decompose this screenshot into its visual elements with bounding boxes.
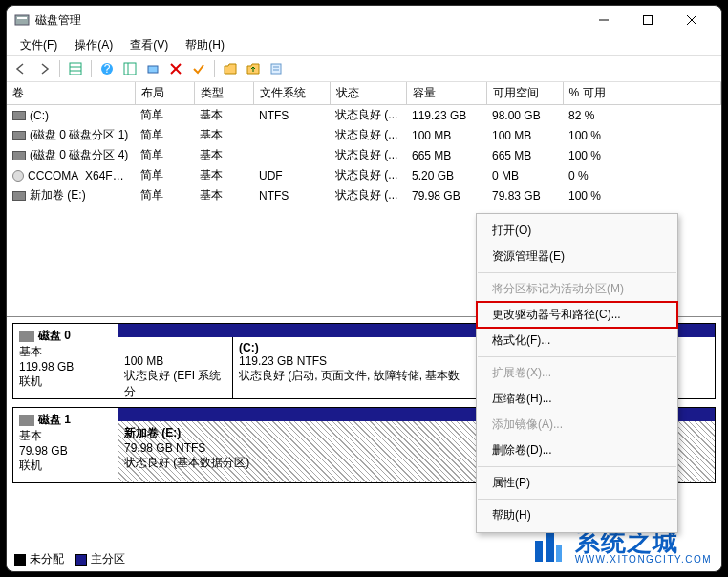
check-icon[interactable]: [188, 58, 209, 79]
partition-size: 100 MB: [124, 354, 226, 368]
table-row[interactable]: (磁盘 0 磁盘分区 1)简单基本状态良好 (...100 MB100 MB10…: [7, 125, 721, 145]
swatch-primary: [75, 554, 87, 566]
ctx-format[interactable]: 格式化(F)...: [477, 328, 677, 353]
help-icon[interactable]: ?: [96, 58, 118, 79]
menu-view[interactable]: 查看(V): [122, 35, 176, 55]
properties-icon[interactable]: [266, 58, 287, 79]
disk-1-size: 79.98 GB: [19, 444, 112, 458]
watermark: 系统之城 WWW.XITONGCITY.COM: [529, 527, 712, 566]
col-free[interactable]: 可用空间: [486, 82, 563, 105]
disk-0-type: 基本: [19, 344, 112, 360]
col-type[interactable]: 类型: [194, 82, 253, 105]
svg-rect-13: [148, 66, 158, 73]
svg-rect-20: [546, 533, 554, 562]
table-header-row: 卷 布局 类型 文件系统 状态 容量 可用空间 % 可用: [7, 82, 721, 105]
disk-1-type: 基本: [19, 428, 112, 444]
disk-0-state: 联机: [19, 374, 112, 390]
app-icon: [14, 12, 30, 28]
disk-1-name: 磁盘 1: [38, 413, 71, 426]
svg-rect-19: [535, 541, 543, 562]
hdd-icon: [12, 151, 26, 160]
svg-rect-16: [271, 64, 281, 74]
ctx-help[interactable]: 帮助(H): [477, 502, 677, 528]
disk-1-state: 联机: [19, 458, 112, 474]
col-fs[interactable]: 文件系统: [253, 82, 330, 105]
folder-up-icon[interactable]: [243, 58, 264, 79]
table-row[interactable]: (C:)简单基本NTFS状态良好 (...119.23 GB98.00 GB82…: [7, 105, 721, 126]
minimize-button[interactable]: [582, 6, 626, 34]
disk-1-header[interactable]: 磁盘 1 基本 79.98 GB 联机: [13, 408, 118, 482]
ctx-mark-active: 将分区标记为活动分区(M): [477, 276, 677, 302]
cd-icon: [12, 170, 24, 182]
legend-primary: 主分区: [91, 552, 125, 566]
ctx-shrink[interactable]: 压缩卷(H)...: [477, 386, 677, 412]
disk-icon: [19, 331, 34, 342]
titlebar: 磁盘管理: [7, 6, 721, 34]
svg-text:?: ?: [104, 62, 111, 75]
svg-rect-0: [15, 15, 29, 25]
hdd-icon: [12, 111, 26, 120]
menu-help[interactable]: 帮助(H): [178, 35, 232, 55]
disk-icon: [19, 415, 34, 426]
context-menu: 打开(O) 资源管理器(E) 将分区标记为活动分区(M) 更改驱动器号和路径(C…: [476, 213, 678, 533]
menu-file[interactable]: 文件(F): [12, 35, 65, 55]
svg-rect-6: [70, 63, 81, 75]
back-button[interactable]: [11, 58, 32, 79]
legend-unallocated: 未分配: [30, 552, 64, 566]
window-title: 磁盘管理: [35, 12, 582, 29]
view-detail-icon[interactable]: [119, 58, 140, 79]
ctx-properties[interactable]: 属性(P): [477, 470, 677, 496]
col-layout[interactable]: 布局: [135, 82, 194, 105]
delete-icon[interactable]: [165, 58, 186, 79]
table-row[interactable]: (磁盘 0 磁盘分区 4)简单基本状态良好 (...665 MB665 MB10…: [7, 145, 721, 165]
ctx-open[interactable]: 打开(O): [477, 218, 677, 244]
col-volume[interactable]: 卷: [7, 82, 135, 105]
disk-0-header[interactable]: 磁盘 0 基本 119.98 GB 联机: [13, 324, 118, 398]
menu-action[interactable]: 操作(A): [67, 35, 120, 55]
disk-0-partition-1[interactable]: 100 MB 状态良好 (EFI 系统分: [118, 337, 233, 398]
svg-rect-11: [124, 63, 136, 75]
close-button[interactable]: [670, 6, 714, 34]
watermark-url: WWW.XITONGCITY.COM: [575, 554, 712, 565]
hdd-icon: [12, 131, 26, 140]
view-list-icon[interactable]: [65, 58, 86, 79]
toolbar: ?: [7, 55, 721, 82]
svg-rect-1: [17, 17, 27, 19]
hdd-icon: [12, 191, 26, 201]
partition-status: 状态良好 (EFI 系统分: [124, 368, 226, 398]
col-pct[interactable]: % 可用: [563, 82, 721, 105]
ctx-explorer[interactable]: 资源管理器(E): [477, 244, 677, 269]
col-status[interactable]: 状态: [330, 82, 406, 105]
forward-button[interactable]: [33, 58, 54, 79]
legend: 未分配 主分区: [14, 551, 125, 567]
settings-icon[interactable]: [142, 58, 163, 79]
col-capacity[interactable]: 容量: [406, 82, 486, 105]
menubar: 文件(F) 操作(A) 查看(V) 帮助(H): [7, 34, 721, 55]
swatch-unallocated: [14, 554, 26, 566]
disk-0-name: 磁盘 0: [38, 329, 71, 342]
folder-icon[interactable]: [220, 58, 241, 79]
table-row[interactable]: CCCOMA_X64FR...简单基本UDF状态良好 (...5.20 GB0 …: [7, 165, 721, 185]
maximize-button[interactable]: [626, 6, 670, 34]
ctx-extend: 扩展卷(X)...: [477, 360, 677, 386]
svg-rect-3: [644, 16, 653, 25]
watermark-logo-icon: [529, 527, 567, 566]
svg-rect-21: [556, 545, 562, 562]
ctx-change-drive-letter[interactable]: 更改驱动器号和路径(C)...: [477, 302, 677, 328]
disk-0-size: 119.98 GB: [19, 360, 112, 374]
table-row[interactable]: 新加卷 (E:)简单基本NTFS状态良好 (...79.98 GB79.83 G…: [7, 185, 721, 205]
ctx-add-mirror: 添加镜像(A)...: [477, 412, 677, 438]
ctx-delete[interactable]: 删除卷(D)...: [477, 438, 677, 463]
